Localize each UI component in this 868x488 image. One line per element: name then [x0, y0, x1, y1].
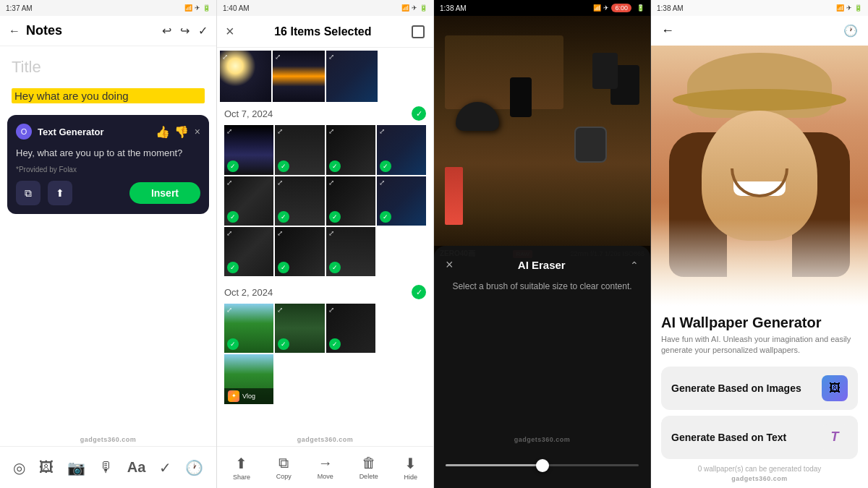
font-icon[interactable]: Aa	[127, 459, 146, 476]
emoji-icon[interactable]: ◎	[13, 459, 25, 476]
list-item[interactable]: ⤢ ✓	[275, 304, 324, 353]
generate-text-label: Generate Based on Text	[671, 432, 822, 443]
copy-action[interactable]: ⧉ Copy	[276, 455, 292, 480]
delete-icon: 🗑	[362, 455, 376, 471]
share-action[interactable]: ⬆ Share	[233, 455, 250, 481]
list-item[interactable]: ⤢ ✓	[275, 125, 324, 174]
photo-check: ✓	[227, 338, 239, 350]
list-item[interactable]: ✓ ✦ Vlog	[224, 354, 273, 403]
tg-actions: ⧉ ⬆ Insert	[16, 181, 200, 205]
notes-status-icons: 📶 ✈ 🔋	[184, 4, 210, 12]
photo-check: ✓	[278, 211, 289, 223]
list-item[interactable]: ⤢ ✓	[326, 227, 375, 276]
insert-button[interactable]: Insert	[129, 182, 200, 204]
eraser-slider-thumb[interactable]	[536, 459, 549, 472]
gallery-top-grid: ⤢ ⤢ ⤢	[220, 51, 430, 102]
tg-close-icon[interactable]: ×	[195, 126, 200, 137]
generate-images-option[interactable]: Generate Based on Images 🖼	[661, 367, 858, 410]
ai-app-subtitle: Have fun with AI. Unleash your imaginati…	[661, 334, 858, 356]
photo-check: ✓	[329, 262, 341, 273]
gallery-header: × 16 Items Selected	[217, 16, 433, 48]
check-icon[interactable]: ✓	[198, 24, 208, 38]
list-item[interactable]: ⤢ ✓	[377, 176, 426, 226]
oct2-check[interactable]: ✓	[412, 285, 426, 299]
photo-check: ✓	[278, 262, 289, 273]
note-title-placeholder[interactable]: Title	[12, 58, 41, 76]
ai-header: ← 🕐	[651, 16, 868, 46]
back-icon[interactable]: ←	[9, 25, 20, 38]
share-button[interactable]: ⬆	[48, 181, 72, 205]
eraser-slider[interactable]	[446, 464, 639, 466]
copy-button[interactable]: ⧉	[16, 181, 41, 205]
notes-status-time: 1:37 AM	[6, 4, 33, 12]
gallery-scroll[interactable]: ⤢ ⤢ ⤢ Oct 7, 2024 ✓ ⤢ ✓	[217, 48, 433, 488]
camera-status-icons: 📶 ✈ 6:00 🔋	[593, 4, 644, 12]
list-item[interactable]: ⤢ ✓	[326, 125, 375, 174]
list-item[interactable]: ⤢ ✓	[326, 304, 375, 353]
tg-icon: O	[16, 124, 32, 140]
image-icon[interactable]: 🖼	[39, 459, 54, 476]
list-item[interactable]: ⤢ ✓	[224, 176, 273, 226]
thumb-row: 👍 👎	[156, 125, 189, 139]
generate-images-icon: 🖼	[822, 375, 848, 401]
expand-icon: ⤢	[328, 306, 334, 314]
phone-item	[510, 77, 532, 117]
list-item[interactable]: ⤢	[326, 51, 378, 102]
ai-back-icon[interactable]: ←	[661, 23, 674, 38]
text-generator-popup: O Text Generator 👍 👎 × Hey, what are you…	[7, 115, 209, 214]
list-item[interactable]: ⤢ ✓	[224, 304, 273, 353]
undo-icon[interactable]: ↩	[162, 24, 171, 38]
oct7-grid: ⤢ ✓ ⤢ ✓ ⤢ ✓ ⤢ ✓ ⤢ ✓	[224, 125, 426, 276]
vlog-badge: ✦ Vlog	[224, 388, 273, 404]
thumb-up-icon[interactable]: 👍	[156, 125, 170, 139]
checklist-icon[interactable]: ✓	[159, 459, 171, 476]
camera-icon[interactable]: 📷	[67, 459, 85, 476]
ai-clock-icon[interactable]: 🕐	[843, 24, 858, 38]
notes-header: ← Notes ↩ ↪ ✓	[0, 16, 216, 46]
hide-action[interactable]: ⬇ Hide	[404, 455, 418, 481]
eraser-close-icon[interactable]: ×	[446, 257, 454, 273]
delete-action[interactable]: 🗑 Delete	[359, 455, 378, 480]
list-item[interactable]: ⤢ ✓	[377, 125, 426, 174]
expand-icon: ⤢	[328, 229, 334, 237]
photo-check: ✓	[329, 160, 341, 172]
generate-text-icon: T	[822, 424, 848, 450]
list-item[interactable]: ⤢ ✓	[224, 227, 273, 276]
list-item[interactable]: ⤢ ✓	[275, 176, 324, 226]
camera-watermark: gadgets360.com	[434, 436, 650, 443]
box2-item	[592, 53, 618, 89]
hide-label: Hide	[404, 474, 418, 481]
tg-title: Text Generator	[38, 127, 150, 137]
list-item[interactable]: ⤢ ✓	[275, 227, 324, 276]
list-item[interactable]: ⤢ ✓	[326, 176, 375, 226]
generate-text-option[interactable]: Generate Based on Text T	[661, 416, 858, 459]
reminder-icon[interactable]: 🕐	[185, 459, 203, 476]
mic-icon[interactable]: 🎙	[99, 459, 114, 476]
redo-icon[interactable]: ↪	[180, 24, 190, 38]
hat-brim	[673, 89, 846, 111]
note-title-area: Title	[0, 46, 216, 82]
gallery-close-icon[interactable]: ×	[226, 23, 234, 40]
list-item[interactable]: ⤢	[220, 51, 271, 102]
gallery-bottom-bar: ⬆ Share ⧉ Copy → Move 🗑 Delete ⬇ Hide	[217, 446, 433, 488]
eraser-expand-icon[interactable]: ⌃	[630, 260, 639, 271]
photo-check: ✓	[278, 338, 289, 350]
share-label: Share	[233, 474, 250, 481]
thumb-down-icon[interactable]: 👎	[174, 125, 189, 139]
camera-status-time: 1:38 AM	[440, 4, 467, 12]
oct7-check[interactable]: ✓	[412, 106, 426, 121]
list-item[interactable]: ⤢ ✓	[224, 125, 273, 174]
notes-bottom-bar: ◎ 🖼 📷 🎙 Aa ✓ 🕐	[0, 446, 216, 488]
photo-check: ✓	[380, 211, 391, 223]
move-action[interactable]: → Move	[318, 455, 333, 480]
list-item[interactable]: ⤢	[273, 51, 324, 102]
expand-icon: ⤢	[226, 127, 232, 135]
vlog-grid: ✓ ✦ Vlog	[224, 354, 426, 403]
camera-panel: 1:38 AM 📶 ✈ 6:00 🔋 ZERO40画 RAW 22mm f/1.…	[434, 0, 651, 488]
expand-icon: ⤢	[277, 179, 283, 187]
gallery-status-bar: 1:40 AM 📶 ✈ 🔋	[217, 0, 433, 16]
photo-check: ✓	[329, 211, 341, 223]
select-all-icon[interactable]	[412, 25, 425, 38]
eraser-subtitle: Select a brush of suitable size to clear…	[446, 281, 639, 291]
expand-icon: ⤢	[275, 53, 281, 61]
